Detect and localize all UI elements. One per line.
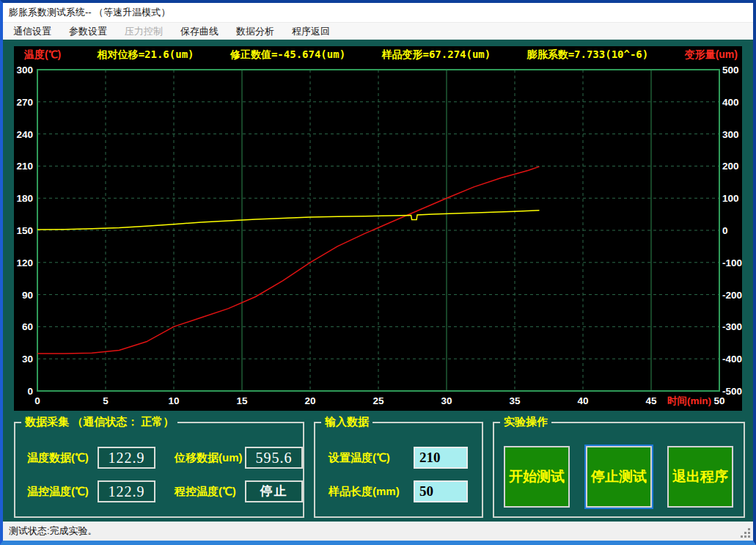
svg-text:15: 15 xyxy=(236,395,248,406)
input-row-1: 设置温度(℃) xyxy=(315,446,482,469)
set-temperature-label: 设置温度(℃) xyxy=(329,451,411,465)
resize-grip-icon[interactable] xyxy=(741,527,751,537)
svg-text:25: 25 xyxy=(373,395,384,406)
svg-text:35: 35 xyxy=(509,395,521,406)
input-row-2: 样品长度(mm) xyxy=(315,480,482,503)
chart-panel: 0306090120150180210240270300-500-400-300… xyxy=(14,46,742,411)
menu-item-save-curve[interactable]: 保存曲线 xyxy=(173,23,226,40)
program-temp-value: 停止 xyxy=(245,480,303,502)
displacement-data-value: 595.6 xyxy=(245,447,303,469)
window-title: 膨胀系数测试系统-- （等速升温模式） xyxy=(9,7,170,18)
svg-text:0: 0 xyxy=(34,395,40,406)
svg-text:120: 120 xyxy=(16,257,33,268)
svg-text:-200: -200 xyxy=(722,290,742,301)
temp-control-label: 温控温度(℃) xyxy=(27,485,98,499)
status-bar: 测试状态:完成实验。 xyxy=(3,522,753,541)
temperature-data-value: 122.9 xyxy=(98,447,155,469)
svg-text:时间(min): 时间(min) xyxy=(667,395,711,406)
svg-text:45: 45 xyxy=(645,395,657,406)
readout-sample-deformation: 样品变形=67.274(um) xyxy=(382,48,491,62)
temperature-data-label: 温度数据(℃) xyxy=(27,451,98,465)
start-test-button[interactable]: 开始测试 xyxy=(504,446,570,508)
set-temperature-input[interactable] xyxy=(414,447,468,469)
displacement-data-label: 位移数据(um) xyxy=(175,451,245,465)
svg-text:100: 100 xyxy=(722,193,739,204)
svg-text:180: 180 xyxy=(16,193,33,204)
right-axis-title: 变形量(um) xyxy=(685,48,738,62)
menu-item-pressure-control: 压力控制 xyxy=(117,23,170,40)
svg-text:-400: -400 xyxy=(722,354,742,365)
svg-text:300: 300 xyxy=(16,65,33,76)
chart-header: 温度(℃) 相对位移=21.6(um) 修正数值=-45.674(um) 样品变… xyxy=(24,49,738,61)
chart-plot: 0306090120150180210240270300-500-400-300… xyxy=(14,46,742,411)
svg-text:40: 40 xyxy=(577,395,588,406)
svg-text:-100: -100 xyxy=(722,257,742,268)
menu-item-parameter-settings[interactable]: 参数设置 xyxy=(62,23,114,40)
svg-text:270: 270 xyxy=(16,97,33,108)
svg-text:150: 150 xyxy=(16,225,33,236)
program-temp-label: 程控温度(℃) xyxy=(175,485,245,499)
svg-text:90: 90 xyxy=(22,290,33,301)
temp-control-value: 122.9 xyxy=(98,480,155,502)
svg-text:60: 60 xyxy=(22,321,33,332)
experiment-operations-title: 实验操作 xyxy=(500,415,551,429)
readout-relative-displacement: 相对位移=21.6(um) xyxy=(98,48,194,62)
experiment-operations-panel: 实验操作 开始测试 停止测试 退出程序 xyxy=(493,422,745,518)
svg-text:200: 200 xyxy=(722,161,739,172)
svg-text:-500: -500 xyxy=(722,386,742,397)
stop-test-button[interactable]: 停止测试 xyxy=(586,446,652,508)
menu-item-program-return[interactable]: 程序返回 xyxy=(285,23,337,40)
status-text: 测试状态:完成实验。 xyxy=(9,525,98,536)
menu-item-data-analysis[interactable]: 数据分析 xyxy=(229,23,282,40)
input-data-title: 输入数据 xyxy=(321,415,373,429)
readout-expansion-coefficient: 膨胀系数=7.733(10^-6) xyxy=(527,48,649,62)
sample-length-input[interactable] xyxy=(414,480,468,502)
svg-text:5: 5 xyxy=(103,395,109,406)
svg-text:500: 500 xyxy=(722,65,739,76)
data-acquisition-title: 数据采集 （通信状态： 正常） xyxy=(21,415,177,429)
left-axis-title: 温度(℃) xyxy=(24,48,61,62)
sample-length-label: 样品长度(mm) xyxy=(329,485,411,499)
app-window: 膨胀系数测试系统-- （等速升温模式） 通信设置 参数设置 压力控制 保存曲线 … xyxy=(0,0,756,545)
svg-text:300: 300 xyxy=(722,129,739,140)
acquisition-row-2: 温控温度(℃) 122.9 程控温度(℃) 停止 xyxy=(15,480,303,503)
menu-item-communication-settings[interactable]: 通信设置 xyxy=(6,23,59,40)
svg-text:10: 10 xyxy=(168,395,179,406)
exit-program-button[interactable]: 退出程序 xyxy=(667,446,733,508)
input-data-panel: 输入数据 设置温度(℃) 样品长度(mm) xyxy=(314,422,483,518)
svg-text:400: 400 xyxy=(722,97,739,108)
svg-text:210: 210 xyxy=(16,161,33,172)
title-bar: 膨胀系数测试系统-- （等速升温模式） xyxy=(3,3,753,22)
svg-text:-300: -300 xyxy=(722,321,742,332)
svg-text:50: 50 xyxy=(713,395,724,406)
svg-text:30: 30 xyxy=(441,395,452,406)
svg-text:0: 0 xyxy=(27,386,33,397)
menu-bar: 通信设置 参数设置 压力控制 保存曲线 数据分析 程序返回 xyxy=(3,22,753,40)
svg-text:240: 240 xyxy=(16,129,33,140)
svg-text:20: 20 xyxy=(304,395,315,406)
data-acquisition-panel: 数据采集 （通信状态： 正常） 温度数据(℃) 122.9 位移数据(um) 5… xyxy=(14,422,304,518)
svg-text:30: 30 xyxy=(22,354,33,365)
readout-correction-value: 修正数值=-45.674(um) xyxy=(230,48,345,62)
svg-text:0: 0 xyxy=(722,225,728,236)
acquisition-row-1: 温度数据(℃) 122.9 位移数据(um) 595.6 xyxy=(15,446,303,469)
